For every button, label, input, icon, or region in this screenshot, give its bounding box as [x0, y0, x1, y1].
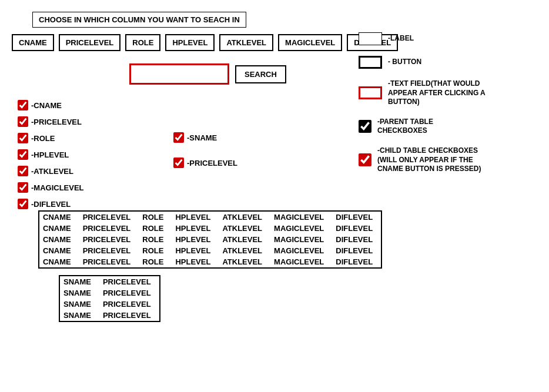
table-cell: ATKLEVEL [219, 212, 270, 223]
table-cell: MAGICLEVEL [270, 256, 332, 267]
checkbox-cname[interactable] [18, 100, 28, 110]
checkbox-item-left: -CNAME [18, 100, 84, 110]
checkbox-magiclevel[interactable] [18, 182, 28, 193]
table-cell: PRICELEVEL [79, 212, 139, 223]
table-cell: HPLEVEL [172, 212, 219, 223]
table-cell: MAGICLEVEL [270, 212, 332, 223]
table-cell: HPLEVEL [172, 234, 219, 245]
child-table: SNAMEPRICELEVELSNAMEPRICELEVELSNAMEPRICE… [60, 276, 159, 321]
table-cell: PRICELEVEL [79, 245, 139, 256]
table-row: SNAMEPRICELEVEL [60, 299, 159, 310]
table-cell: ROLE [139, 256, 172, 267]
checkbox-item-left: -DIFLEVEL [18, 199, 84, 209]
checkbox-item-mid: -PRICELEVEL [173, 158, 237, 168]
table-row: SNAMEPRICELEVEL [60, 310, 159, 321]
table-cell: ROLE [139, 223, 172, 234]
column-buttons-row: CNAMEPRICELEVELROLEHPLEVELATKLEVELMAGICL… [12, 34, 398, 51]
column-button-hplevel[interactable]: HPLEVEL [165, 34, 215, 51]
table-cell: DIFLEVEL [332, 245, 381, 256]
table-cell: DIFLEVEL [332, 212, 381, 223]
checkbox-mid-pricelevel[interactable] [173, 158, 184, 168]
table-cell: SNAME [60, 287, 99, 299]
legend-parent-checkbox[interactable] [359, 120, 371, 133]
table-cell: CNAME [39, 223, 79, 234]
table-cell: DIFLEVEL [332, 256, 381, 267]
table-cell: ATKLEVEL [219, 245, 270, 256]
checkbox-atklevel[interactable] [18, 166, 28, 176]
table-row: CNAMEPRICELEVELROLEHPLEVELATKLEVELMAGICL… [39, 212, 381, 223]
table-cell: SNAME [60, 299, 99, 310]
search-area: SEARCH [129, 63, 286, 85]
legend-item: -TEXT FIELD(THAT WOULD APPEAR AFTER CLIC… [359, 79, 494, 107]
checkbox-label: -DIFLEVEL [31, 200, 71, 209]
table-cell: PRICELEVEL [79, 256, 139, 267]
table-cell: HPLEVEL [172, 245, 219, 256]
table-cell: PRICELEVEL [99, 276, 159, 287]
column-button-atklevel[interactable]: ATKLEVEL [219, 34, 273, 51]
legend-text: -PARENT TABLE CHECKBOXES [377, 118, 483, 136]
table-cell: PRICELEVEL [99, 287, 159, 299]
checkbox-mid-sname[interactable] [173, 132, 184, 143]
legend-item: -CHILD TABLE CHECKBOXES (WILL ONLY APPEA… [359, 146, 494, 174]
checkbox-label: -ROLE [31, 134, 55, 143]
table-cell: HPLEVEL [172, 223, 219, 234]
checkbox-item-left: -ATKLEVEL [18, 166, 84, 176]
column-button-role[interactable]: ROLE [125, 34, 160, 51]
table-cell: MAGICLEVEL [270, 223, 332, 234]
table-cell: ATKLEVEL [219, 256, 270, 267]
table-cell: ATKLEVEL [219, 234, 270, 245]
legend-text: -TEXT FIELD(THAT WOULD APPEAR AFTER CLIC… [388, 79, 494, 107]
legend-red-box [359, 86, 382, 99]
column-button-pricelevel[interactable]: PRICELEVEL [59, 34, 121, 51]
table-cell: CNAME [39, 256, 79, 267]
table-cell: PRICELEVEL [99, 299, 159, 310]
checkbox-item-left: -MAGICLEVEL [18, 182, 84, 193]
checkbox-item-left: -ROLE [18, 133, 84, 143]
checkbox-role[interactable] [18, 133, 28, 143]
legend-text: -LABEL [388, 34, 414, 43]
checkbox-item-left: -PRICELEVEL [18, 116, 84, 127]
table-row: CNAMEPRICELEVELROLEHPLEVELATKLEVELMAGICL… [39, 234, 381, 245]
checkbox-item-left: -HPLEVEL [18, 149, 84, 160]
checkboxes-mid: -SNAME-PRICELEVEL [173, 132, 237, 183]
column-button-magiclevel[interactable]: MAGICLEVEL [278, 34, 342, 51]
search-button[interactable]: SEARCH [235, 65, 286, 83]
legend-item: -PARENT TABLE CHECKBOXES [359, 118, 494, 136]
checkbox-label: -CNAME [31, 101, 62, 110]
instruction-label: CHOOSE IN WHICH COLUMN YOU WANT TO SEACH… [32, 12, 246, 28]
table-cell: PRICELEVEL [99, 310, 159, 321]
legend-item: -LABEL [359, 32, 494, 45]
column-button-cname[interactable]: CNAME [12, 34, 54, 51]
table-cell: MAGICLEVEL [270, 245, 332, 256]
checkbox-item-mid: -SNAME [173, 132, 237, 143]
checkboxes-left: -CNAME-PRICELEVEL-ROLE-HPLEVEL-ATKLEVEL-… [18, 100, 84, 215]
table-cell: ROLE [139, 212, 172, 223]
table-cell: PRICELEVEL [79, 223, 139, 234]
legend-item: - BUTTON [359, 56, 494, 69]
table-cell: DIFLEVEL [332, 223, 381, 234]
checkbox-diflevel[interactable] [18, 199, 28, 209]
checkbox-mid-label: -PRICELEVEL [187, 159, 237, 167]
table-row: CNAMEPRICELEVELROLEHPLEVELATKLEVELMAGICL… [39, 245, 381, 256]
table-row: CNAMEPRICELEVELROLEHPLEVELATKLEVELMAGICL… [39, 256, 381, 267]
legend-thin-box [359, 32, 382, 45]
main-table: CNAMEPRICELEVELROLEHPLEVELATKLEVELMAGICL… [39, 212, 381, 267]
search-input[interactable] [129, 63, 229, 85]
table-cell: MAGICLEVEL [270, 234, 332, 245]
checkbox-hplevel[interactable] [18, 149, 28, 160]
table-row: CNAMEPRICELEVELROLEHPLEVELATKLEVELMAGICL… [39, 223, 381, 234]
legend: -LABEL- BUTTON-TEXT FIELD(THAT WOULD APP… [359, 32, 494, 185]
table-cell: CNAME [39, 234, 79, 245]
table-row: SNAMEPRICELEVEL [60, 276, 159, 287]
checkbox-pricelevel[interactable] [18, 116, 28, 127]
checkbox-label: -PRICELEVEL [31, 118, 82, 126]
main-table-wrapper: CNAMEPRICELEVELROLEHPLEVELATKLEVELMAGICL… [38, 210, 382, 269]
child-table-wrapper: SNAMEPRICELEVELSNAMEPRICELEVELSNAMEPRICE… [59, 275, 160, 322]
table-cell: CNAME [39, 245, 79, 256]
checkbox-mid-label: -SNAME [187, 133, 217, 142]
legend-child-checkbox[interactable] [359, 153, 371, 166]
table-cell: ROLE [139, 234, 172, 245]
table-cell: SNAME [60, 276, 99, 287]
table-cell: DIFLEVEL [332, 234, 381, 245]
table-row: SNAMEPRICELEVEL [60, 287, 159, 299]
